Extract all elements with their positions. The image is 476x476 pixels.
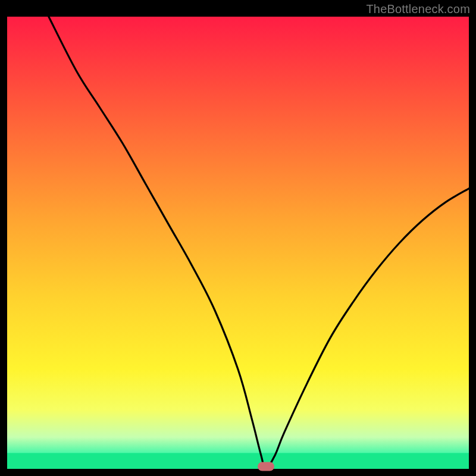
chart-stage: TheBottleneck.com <box>0 0 476 476</box>
optimum-marker <box>258 462 274 471</box>
green-band <box>7 453 469 469</box>
bottleneck-plot <box>0 0 476 476</box>
watermark-text: TheBottleneck.com <box>366 2 470 16</box>
